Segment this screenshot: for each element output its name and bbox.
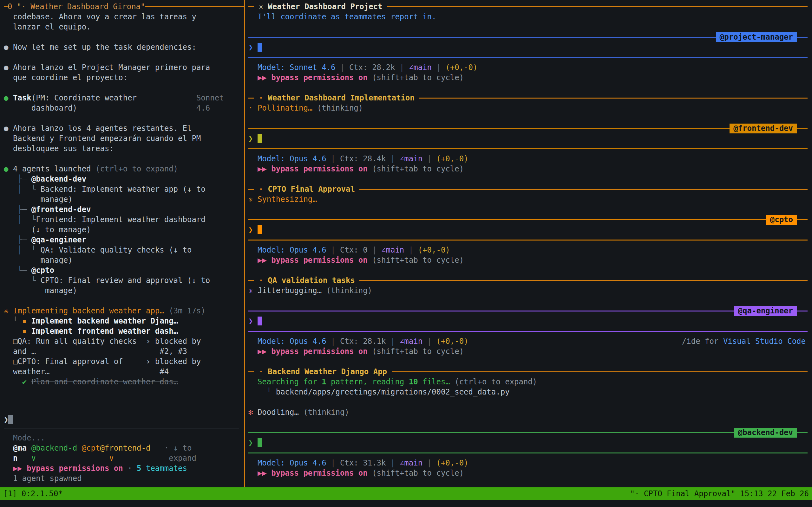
prompt-chevron-icon: ❯ <box>4 415 8 424</box>
text-segment: backend/apps/greetings/migrations/0002_s… <box>276 388 510 396</box>
text-segment: ▶▶ bypass permissions on <box>4 464 123 473</box>
terminal-line: @ma @backend-d @cpt@frontend-d · ↓ to <box>4 443 244 453</box>
qa-engineer-model-line: Model: Opus 4.6 | Ctx: 28.1k | ∠main | (… <box>248 336 808 346</box>
terminal-line: │ └Frontend: Implement weather dashboard <box>4 215 244 225</box>
text-segment: | <box>336 63 349 72</box>
border-line <box>248 452 808 453</box>
backend-dev-input-top-border: @backend-dev <box>248 428 808 438</box>
frontend-dev-bypass-line: ▶▶ bypass permissions on (shift+tab to c… <box>248 164 808 174</box>
text-segment: ▪ <box>22 327 32 336</box>
text-segment: · ↓ to <box>164 444 192 452</box>
header-line <box>359 189 808 190</box>
prompt-chevron-icon: ❯ <box>248 43 258 52</box>
text-segment: ● <box>4 94 13 102</box>
header-line <box>248 6 254 7</box>
qa-engineer-badge: @qa-engineer <box>734 306 797 316</box>
header-line <box>248 280 254 281</box>
cpto-bypass-line: ▶▶ bypass permissions on (shift+tab to c… <box>248 255 808 265</box>
text-segment: Model: Opus 4.6 <box>248 458 326 467</box>
text-segment: CPTO: Final review and approval (↓ to <box>41 276 210 285</box>
terminal-line <box>4 52 244 62</box>
text-segment: ▶▶ bypass permissions on <box>248 256 372 265</box>
text-segment: │ └ <box>4 215 36 224</box>
status-window-list[interactable]: [1] 0:2.1.50* <box>3 489 63 498</box>
text-segment: Task <box>13 94 32 102</box>
terminal-line: □QA: Run all quality checks › blocked by <box>4 336 244 346</box>
header-line <box>248 98 254 99</box>
terminal-line <box>4 154 244 164</box>
text-segment: @ma <box>4 444 27 452</box>
pane-border-line <box>4 6 8 7</box>
text-segment: #4 <box>50 367 169 376</box>
terminal-line <box>248 205 808 215</box>
text-cursor <box>8 415 13 424</box>
text-segment: @backend-d <box>32 444 78 452</box>
project-manager-badge: @project-manager <box>716 32 797 42</box>
terminal-line: │ └ QA: Validate quality checks (↓ to <box>4 245 244 255</box>
text-segment: files… <box>418 377 455 386</box>
header-line <box>359 280 808 281</box>
section-header-backend-dev: · Backend Weather Django App <box>248 367 808 377</box>
text-segment: Backend y Frontend empezarán cuando el P… <box>4 134 201 143</box>
left-prompt-input[interactable]: ❯ <box>4 411 244 428</box>
terminal-line: weather… #4 <box>4 367 244 377</box>
text-segment: | <box>386 337 400 346</box>
section-header-qa-engineer: · QA validation tasks <box>248 275 808 285</box>
prompt-chevron-icon: ❯ <box>248 438 258 447</box>
border-line <box>248 311 734 312</box>
project-manager-prompt-input[interactable]: ❯ <box>248 42 808 52</box>
text-segment: Ctx: 28.2k <box>349 63 395 72</box>
text-segment: Model: Opus 4.6 <box>248 154 326 163</box>
text-segment: ∨ <box>109 454 113 463</box>
text-segment: (shift+tab to cycle) <box>372 164 464 173</box>
terminal-line: └ CPTO: Final review and approval (↓ to <box>4 275 244 285</box>
agent-section-cpto: · CPTO Final Approval ✳ Synthesizing…@cp… <box>248 184 808 275</box>
terminal-screen: 0 "· Weather Dashboard Girona" codebase.… <box>0 0 812 507</box>
text-segment: Plan and coordinate weather das… <box>32 377 178 386</box>
text-segment: | <box>404 245 418 255</box>
terminal-line <box>4 32 244 42</box>
terminal-line: manage) <box>4 285 244 296</box>
text-segment: (thinking) <box>317 104 363 112</box>
text-segment <box>17 454 31 463</box>
text-segment: ✻ <box>248 408 258 417</box>
border-line <box>797 219 808 220</box>
terminal-line: Backend y Frontend empezarán cuando el P… <box>4 133 244 144</box>
terminal-line <box>4 83 244 93</box>
section-header-frontend-dev: · Weather Dashboard Implementation <box>248 93 808 103</box>
text-segment: □CPTO: Final approval of <box>4 357 146 366</box>
text-segment: ✳ <box>254 2 268 11</box>
text-segment: └ <box>4 317 22 326</box>
text-segment: teammates <box>142 464 188 473</box>
qa-engineer-prompt-input[interactable]: ❯ <box>248 316 808 326</box>
terminal-line <box>248 113 808 123</box>
backend-dev-prompt-input[interactable]: ❯ <box>248 438 808 448</box>
text-segment: | <box>326 337 340 346</box>
text-segment: QA validation tasks <box>268 276 359 285</box>
text-segment: (shift+tab to cycle) <box>372 469 464 477</box>
text-segment: | <box>432 63 445 72</box>
frontend-dev-prompt-input[interactable]: ❯ <box>248 133 808 144</box>
terminal-line: ✔ Plan and coordinate weather das… <box>4 377 244 387</box>
project-manager-bypass-line: ▶▶ bypass permissions on (shift+tab to c… <box>248 72 808 83</box>
terminal-line: ├─ @frontend-dev <box>4 205 244 215</box>
text-segment: manage) <box>4 195 72 204</box>
cpto-prompt-input[interactable]: ❯ <box>248 225 808 235</box>
text-segment: ∠main <box>381 245 404 255</box>
text-segment: Ctx: 28.4k <box>340 154 386 163</box>
terminal-line <box>248 478 808 487</box>
terminal-line <box>248 174 808 184</box>
text-segment: · <box>248 104 258 112</box>
text-segment: CPTO Final Approval <box>268 185 359 193</box>
text-segment: Ctx: 0 <box>340 245 368 255</box>
terminal-line: Mode... <box>4 433 244 443</box>
text-segment: Ctx: 31.3k <box>340 458 386 467</box>
text-segment: (shift+tab to cycle) <box>372 73 464 82</box>
border-line <box>248 37 716 38</box>
text-segment: ▪ <box>22 317 32 326</box>
text-segment: └ <box>4 276 41 285</box>
terminal-line: ● 4 agents launched (ctrl+o to expand) <box>4 164 244 174</box>
left-status-block: Mode... @ma @backend-d @cpt@frontend-d ·… <box>4 429 244 484</box>
backend-dev-input-bottom-border <box>248 448 808 458</box>
text-segment: 1 <box>322 377 326 386</box>
